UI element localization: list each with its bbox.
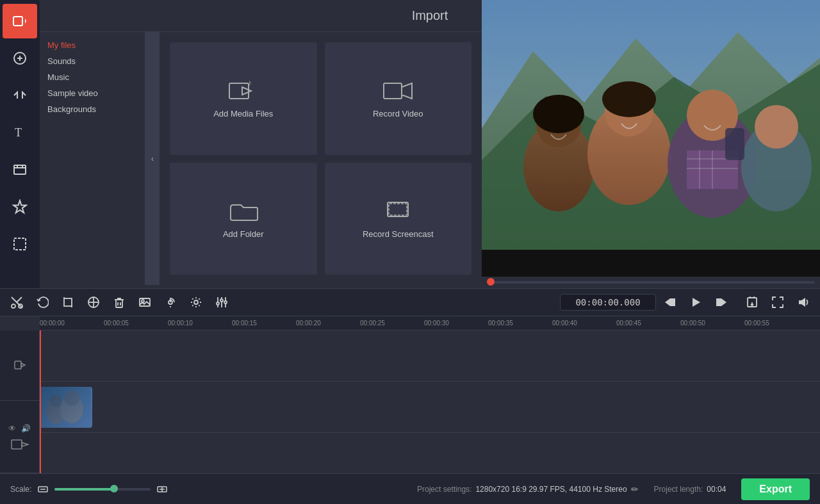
add-folder-button[interactable]: Add Folder — [170, 163, 317, 275]
nav-item-music[interactable]: Music — [40, 69, 145, 85]
svg-rect-42 — [64, 298, 72, 306]
record-video-button[interactable]: Record Video — [325, 42, 472, 155]
play-button[interactable] — [684, 291, 707, 314]
playhead[interactable] — [40, 330, 41, 473]
nav-item-sounds[interactable]: Sounds — [40, 53, 145, 69]
timeline-tracks — [40, 330, 820, 473]
volume-button[interactable] — [792, 291, 815, 314]
collapse-button[interactable]: ‹ — [145, 32, 160, 285]
nav-item-backgrounds[interactable]: Backgrounds — [40, 101, 145, 117]
svg-point-55 — [194, 300, 198, 304]
project-length-value: 00:04 — [707, 485, 726, 494]
svg-marker-15 — [402, 83, 412, 99]
nav-sidebar: My files Sounds Music Sample video Backg… — [40, 32, 145, 285]
scale-zoom-in[interactable] — [154, 482, 170, 497]
export-video-button[interactable] — [741, 291, 764, 314]
project-settings-row: Project settings: 1280x720 16:9 29.97 FP… — [417, 484, 639, 494]
svg-rect-51 — [140, 298, 150, 306]
image-button[interactable] — [133, 291, 156, 314]
scale-slider[interactable] — [54, 488, 151, 491]
preview-panel — [482, 0, 820, 288]
sidebar-btn-selection[interactable] — [3, 227, 37, 261]
svg-point-39 — [12, 304, 15, 308]
delete-button[interactable] — [108, 291, 131, 314]
svg-point-60 — [220, 299, 223, 302]
rewind-button[interactable] — [659, 291, 682, 314]
scale-label: Scale: — [10, 485, 31, 494]
add-media-files-button[interactable]: ♪ Add Media Files — [170, 42, 317, 155]
svg-rect-16 — [388, 202, 408, 216]
scrubber-thumb[interactable] — [487, 278, 495, 286]
track-left-video — [0, 330, 39, 401]
toolbar: 00:00:00.000 — [0, 288, 820, 316]
svg-marker-1 — [25, 19, 26, 24]
ruler-tick-3: 00:00:15 — [232, 320, 257, 327]
preview-image — [482, 0, 820, 277]
sidebar-btn-transitions[interactable] — [3, 78, 37, 113]
export-button[interactable]: Export — [741, 478, 810, 500]
clip-thumbnail — [40, 387, 91, 428]
record-screencast-button[interactable]: Record Screencast — [325, 163, 472, 275]
svg-rect-14 — [384, 83, 402, 99]
color-button[interactable] — [82, 291, 105, 314]
crop-button[interactable] — [56, 291, 79, 314]
svg-rect-11 — [229, 83, 249, 99]
cut-button[interactable] — [5, 291, 28, 314]
preview-scrubber[interactable] — [482, 277, 820, 288]
svg-rect-0 — [13, 17, 22, 26]
scale-slider-fill — [54, 488, 112, 491]
ruler-tick-10: 00:00:50 — [680, 320, 705, 327]
sidebar-btn-clip[interactable] — [3, 152, 37, 187]
audio-button[interactable] — [159, 291, 182, 314]
svg-point-75 — [49, 394, 62, 407]
import-panel: My files Sounds Music Sample video Backg… — [40, 32, 482, 285]
track-mute-button[interactable]: 🔊 — [20, 423, 32, 434]
project-settings-label: Project settings: — [417, 485, 472, 494]
video-track-icon — [13, 359, 26, 371]
sidebar-btn-text[interactable]: T — [3, 115, 37, 150]
nav-item-sample-video[interactable]: Sample video — [40, 85, 145, 101]
timeline-left-panel: 👁 🔊 — [0, 330, 40, 473]
scale-control: Scale: — [10, 482, 170, 497]
svg-rect-73 — [40, 387, 91, 428]
svg-marker-70 — [21, 363, 25, 367]
left-sidebar: T — [0, 0, 40, 288]
scale-zoom-out[interactable] — [35, 482, 51, 497]
media-files-icon: ♪ — [228, 78, 259, 104]
main-track-icon — [11, 438, 29, 451]
svg-marker-62 — [665, 298, 670, 306]
timeline-body: 👁 🔊 — [0, 330, 820, 473]
sidebar-btn-effects[interactable] — [3, 190, 37, 224]
settings-button[interactable] — [184, 291, 208, 314]
undo-button[interactable] — [31, 291, 54, 314]
ruler-tick-6: 00:00:30 — [424, 320, 449, 327]
edit-settings-icon[interactable]: ✏ — [631, 484, 639, 494]
chevron-left-icon: ‹ — [151, 154, 154, 163]
folder-icon — [228, 199, 259, 224]
fullscreen-button[interactable] — [766, 291, 789, 314]
playback-controls: 00:00:00.000 — [560, 291, 815, 314]
track-eye-button[interactable]: 👁 — [7, 423, 17, 434]
svg-marker-72 — [22, 443, 28, 446]
add-media-files-label: Add Media Files — [213, 109, 273, 118]
screencast-icon — [382, 199, 413, 224]
sidebar-btn-video[interactable] — [3, 4, 37, 38]
svg-rect-37 — [482, 0, 820, 250]
timeline: 00:00:00 00:00:05 00:00:10 00:00:15 00:0… — [0, 316, 820, 473]
track-clip-video[interactable] — [40, 387, 92, 428]
ruler-tick-8: 00:00:40 — [552, 320, 577, 327]
svg-rect-6 — [14, 165, 26, 174]
ruler-tick-4: 00:00:20 — [296, 320, 321, 327]
mixer-button[interactable] — [210, 291, 233, 314]
forward-button[interactable] — [710, 291, 733, 314]
nav-item-my-files[interactable]: My files — [40, 37, 145, 53]
ruler-tick-7: 00:00:35 — [488, 320, 513, 327]
record-video-label: Record Video — [373, 109, 423, 118]
sidebar-btn-add[interactable] — [3, 41, 37, 76]
add-folder-label: Add Folder — [223, 229, 264, 239]
record-screencast-label: Record Screencast — [363, 229, 434, 239]
svg-rect-63 — [670, 298, 675, 306]
scrubber-bar[interactable] — [487, 281, 815, 284]
svg-point-77 — [64, 391, 79, 406]
track-left-main: 👁 🔊 — [0, 401, 39, 474]
